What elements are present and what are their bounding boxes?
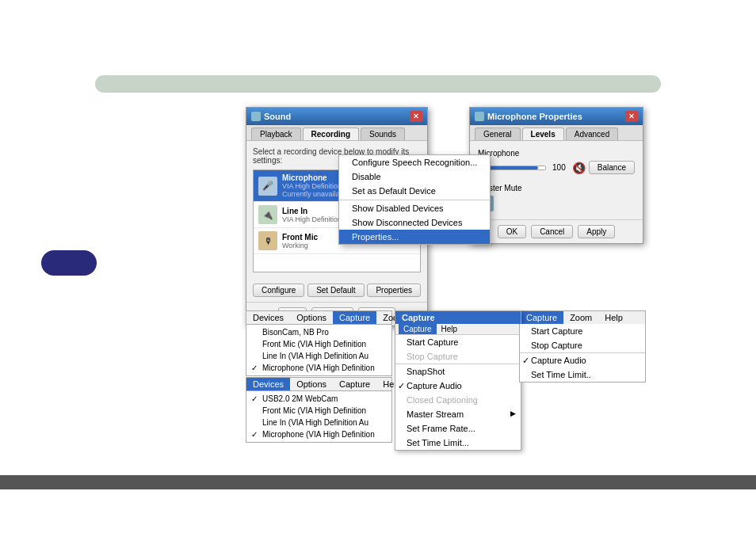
tab-sounds[interactable]: Sounds (361, 128, 405, 140)
mic-properties-dialog: Microphone Properties ✕ General Levels A… (469, 107, 643, 244)
capture-menu-2-container: Capture Zoom Help Start Capture Stop Cap… (519, 310, 646, 383)
device-list-item-microphone-2[interactable]: Microphone (VIA High Definition (246, 428, 391, 440)
sound-dialog-title: Sound (264, 112, 291, 121)
menubar-devices-2[interactable]: Devices (246, 378, 290, 390)
device-name-microphone: Microphone (282, 173, 342, 182)
mic-props-title-icon (475, 112, 484, 121)
frontmic-icon: 🎙 (258, 231, 277, 250)
mic-apply-button[interactable]: Apply (578, 225, 615, 238)
mic-slider-row: 100 🔇 Balance (478, 161, 635, 174)
device-list-item-linein-2[interactable]: Line In (VIA High Definition Au (246, 417, 391, 428)
balance-button[interactable]: Balance (589, 161, 635, 174)
capture-menu-2-help-btn[interactable]: Help (598, 311, 629, 324)
mic-level-section: Microphone 100 🔇 Balance (478, 149, 635, 174)
sound-close-button[interactable]: ✕ (410, 111, 422, 122)
capture-item-snapshot[interactable]: SnapShot (395, 364, 521, 379)
microphone-label: Microphone (478, 149, 635, 158)
context-menu-item-showdisconnected[interactable]: Show Disconnected Devices (339, 215, 490, 230)
capture-submenubar-help[interactable]: Help (437, 324, 463, 334)
capture-item-framerate[interactable]: Set Frame Rate... (395, 421, 521, 436)
context-menu: Configure Speech Recognition... Disable … (338, 154, 491, 245)
context-menu-item-disable[interactable]: Disable (339, 169, 490, 184)
bottom-menubar-1: Devices Options Capture Zoom Help (246, 310, 392, 324)
mic-mute-icon[interactable]: 🔇 (572, 162, 586, 174)
mic-props-content: Microphone 100 🔇 Balance Master Mute 🔊 (470, 141, 643, 219)
capture-item-stop[interactable]: Stop Capture (395, 349, 521, 364)
device-list-item-frontmic-2[interactable]: Front Mic (VIA High Definition (246, 405, 391, 417)
device-name-linein: Line In (282, 207, 342, 215)
mic-props-footer-buttons: OK Cancel Apply (470, 219, 643, 243)
menubar-capture-2[interactable]: Capture (333, 378, 376, 390)
menubar-capture-1[interactable]: Capture (333, 311, 376, 324)
bottom-section-1: Devices Options Capture Zoom Help BisonC… (246, 310, 392, 376)
mic-volume-value: 100 (549, 163, 569, 172)
device-list-item-microphone-1[interactable]: Microphone (VIA High Definition (246, 362, 391, 374)
device-list-item-usb[interactable]: USB2.0 2M WebCam (246, 393, 391, 405)
device-status-frontmic: Working (282, 242, 318, 249)
context-menu-item-setdefault[interactable]: Set as Default Device (339, 184, 490, 198)
device-list-section-2: USB2.0 2M WebCam Front Mic (VIA High Def… (246, 390, 392, 443)
device-list-item-linein-1[interactable]: Line In (VIA High Definition Au (246, 350, 391, 362)
mic-cancel-button[interactable]: Cancel (531, 225, 573, 238)
menubar-options-2[interactable]: Options (290, 378, 333, 390)
device-detail-microphone: VIA High Definition (282, 182, 342, 190)
device-status-linein: VIA High Definition (282, 215, 342, 223)
mic-props-tabs: General Levels Advanced (470, 125, 643, 141)
context-menu-item-speech[interactable]: Configure Speech Recognition... (339, 155, 490, 169)
device-name-frontmic: Front Mic (282, 233, 318, 242)
capture2-item-timelimit[interactable]: Set Time Limit.. (520, 367, 645, 382)
capture2-item-start[interactable]: Start Capture (520, 324, 645, 338)
capture-menu-1-header: Capture (395, 311, 521, 324)
bottom-menubar-2: Devices Options Capture Help (246, 377, 392, 390)
bottom-bar (0, 475, 756, 489)
device-info-microphone: Microphone VIA High Definition Currently… (282, 173, 342, 198)
capture-item-audio[interactable]: Capture Audio (395, 379, 521, 393)
device-status-microphone: Currently unavailai (282, 190, 342, 198)
capture-item-masterstream[interactable]: Master Stream (395, 407, 521, 421)
top-bar (95, 75, 661, 93)
menubar-options-1[interactable]: Options (290, 311, 333, 324)
device-info-linein: Line In VIA High Definition (282, 207, 342, 223)
set-default-button[interactable]: Set Default (307, 284, 364, 297)
sound-bottom-buttons: Configure Set Default Properties (246, 279, 427, 302)
capture-submenubar-capture[interactable]: Capture (399, 324, 437, 334)
master-mute-label: Master Mute (478, 184, 635, 192)
tab-advanced[interactable]: Advanced (566, 128, 618, 140)
mic-mute-section: Master Mute 🔊 (478, 184, 635, 211)
sound-dialog-titlebar: Sound ✕ (246, 108, 427, 125)
capture-menu-2-capture-btn[interactable]: Capture (520, 311, 563, 324)
sound-dialog-tabs: Playback Recording Sounds (246, 125, 427, 141)
capture-menu-1: Capture Capture Help Start Capture Stop … (395, 310, 521, 451)
device-list-item-frontmic-1[interactable]: Front Mic (VIA High Definition (246, 338, 391, 350)
capture2-item-audio[interactable]: Capture Audio (520, 352, 645, 367)
capture-menu-2-zoom-btn[interactable]: Zoom (563, 311, 598, 324)
capture2-item-stop[interactable]: Stop Capture (520, 338, 645, 352)
tab-recording[interactable]: Recording (303, 128, 359, 140)
mic-props-title: Microphone Properties (487, 112, 582, 121)
capture-item-captions[interactable]: Closed Captioning (395, 393, 521, 407)
mic-props-titlebar: Microphone Properties ✕ (470, 108, 643, 125)
mic-ok-button[interactable]: OK (498, 225, 526, 238)
context-menu-item-properties[interactable]: Properties... (339, 230, 490, 244)
blue-oval-indicator (41, 250, 97, 276)
configure-button[interactable]: Configure (253, 284, 304, 297)
mic-icon: 🎤 (258, 177, 277, 196)
device-list-section-1: BisonCam, NB Pro Front Mic (VIA High Def… (246, 324, 392, 376)
properties-button[interactable]: Properties (367, 284, 421, 297)
capture-menu-2: Start Capture Stop Capture Capture Audio… (519, 324, 646, 383)
device-list-item-bisoncam[interactable]: BisonCam, NB Pro (246, 326, 391, 338)
linein-icon: 🔌 (258, 205, 277, 224)
bottom-section-2: Devices Options Capture Help USB2.0 2M W… (246, 377, 392, 443)
capture-menu-2-menubar: Capture Zoom Help (519, 310, 646, 324)
mic-props-close-button[interactable]: ✕ (625, 111, 638, 122)
device-info-frontmic: Front Mic Working (282, 233, 318, 249)
menubar-devices-1[interactable]: Devices (246, 311, 290, 324)
capture-item-start[interactable]: Start Capture (395, 335, 521, 349)
context-menu-item-showdisabled[interactable]: Show Disabled Devices (339, 200, 490, 215)
tab-general[interactable]: General (475, 128, 521, 140)
tab-levels[interactable]: Levels (522, 128, 564, 140)
tab-playback[interactable]: Playback (251, 128, 301, 140)
sound-title-icon (251, 112, 261, 121)
capture-item-timelimit-1[interactable]: Set Time Limit... (395, 436, 521, 450)
